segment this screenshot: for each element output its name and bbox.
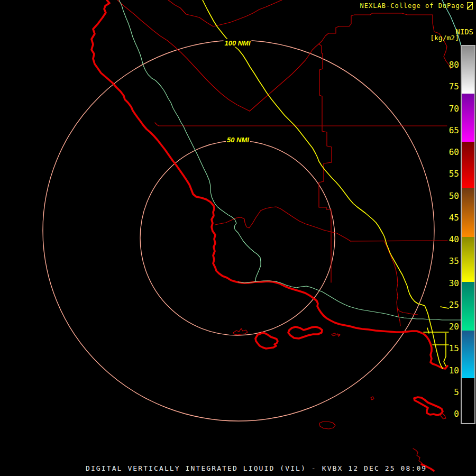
- county-horizontal-south: [351, 241, 447, 241]
- county-horizontal-north: [155, 123, 447, 126]
- color-scale-tick-65: 65: [438, 125, 459, 135]
- county-diag-n: [168, 0, 282, 26]
- island-santa-barbara: [371, 397, 374, 400]
- island-anacapa-b: [337, 334, 340, 336]
- color-scale-tick-35: 35: [438, 256, 459, 266]
- island-anacapa-a: [332, 333, 336, 336]
- radar-display: 80757065605550454035302520151050 NEXLAB-…: [0, 0, 476, 476]
- product-caption: DIGITAL VERTICALLY INTEGRATED LIQUID (VI…: [86, 464, 427, 472]
- island-san-nicolas: [319, 422, 335, 429]
- island-santa-rosa: [255, 333, 278, 349]
- units-label: [kg/m2]: [430, 34, 459, 42]
- county-stair-mid: [319, 126, 332, 282]
- color-scale-tick-0: 0: [438, 409, 459, 419]
- credit-box-icon: [467, 2, 473, 10]
- county-la-ventura: [385, 242, 418, 315]
- color-scale-tick-15: 15: [438, 343, 459, 353]
- range-ring-100nmi: [43, 40, 434, 421]
- range-ring-50nmi: [140, 141, 335, 335]
- color-scale-tick-75: 75: [438, 81, 459, 91]
- color-scale-tick-10: 10: [438, 365, 459, 375]
- radar-map: [0, 0, 476, 476]
- color-scale-segment: [462, 282, 474, 331]
- color-scale-segment: [462, 331, 474, 378]
- island-san-clemente-n: [413, 448, 423, 464]
- range-ring-label-100: 100 NMI: [223, 39, 251, 47]
- color-scale-tick-25: 25: [438, 299, 459, 309]
- color-scale-tick-60: 60: [438, 147, 459, 157]
- color-scale-tick-5: 5: [438, 387, 459, 397]
- color-scale-tick-70: 70: [438, 103, 459, 113]
- color-scale-tick-40: 40: [438, 234, 459, 244]
- color-scale-tick-45: 45: [438, 212, 459, 222]
- color-scale-segment: [462, 142, 474, 188]
- color-scale-segment: [462, 188, 474, 237]
- vil-color-scale: [461, 45, 475, 424]
- color-scale-segment: [462, 378, 474, 422]
- county-diag-nw: [117, 0, 250, 111]
- color-scale-segment: [462, 46, 474, 94]
- county-diag-ne: [250, 44, 319, 111]
- color-scale-tick-50: 50: [438, 190, 459, 200]
- california-coast: [91, 0, 447, 369]
- island-santa-cruz: [288, 327, 322, 338]
- county-vertical: [319, 44, 323, 125]
- color-scale-segment: [462, 94, 474, 142]
- color-scale-tick-20: 20: [438, 322, 459, 332]
- range-ring-label-50: 50 NMI: [226, 136, 250, 144]
- island-san-miguel: [233, 328, 248, 335]
- color-scale-tick-80: 80: [438, 60, 459, 70]
- color-scale-tick-30: 30: [438, 278, 459, 288]
- color-scale-segment: [462, 237, 474, 282]
- color-scale-tick-55: 55: [438, 169, 459, 179]
- nexlab-credit: NEXLAB-College of DuPage: [360, 2, 464, 10]
